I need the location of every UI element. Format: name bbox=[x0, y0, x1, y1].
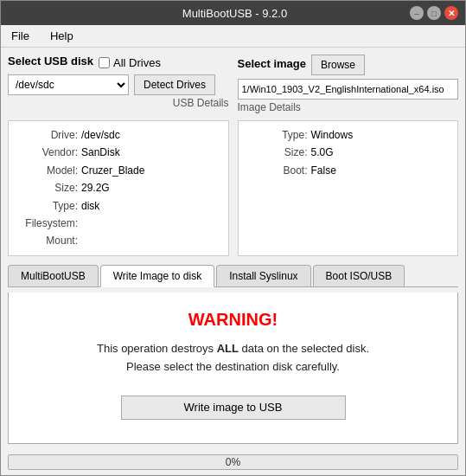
main-window: MultiBootUSB - 9.2.0 – □ ✕ File Help Sel… bbox=[0, 0, 466, 476]
all-drives-checkbox[interactable] bbox=[99, 57, 110, 68]
progress-label: 0% bbox=[9, 455, 457, 469]
main-content: Select USB disk All Drives /dev/sdc Dete… bbox=[1, 48, 465, 451]
image-path-display: 1/Win10_1903_V2_EnglishInternational_x64… bbox=[238, 79, 459, 100]
size-row: Size: 29.2G bbox=[16, 179, 221, 196]
vendor-key: Vendor: bbox=[16, 144, 78, 161]
drive-key: Drive: bbox=[16, 126, 78, 144]
img-type-row: Type: Windows bbox=[246, 126, 451, 144]
image-section-label: Select image bbox=[238, 57, 307, 70]
maximize-button[interactable]: □ bbox=[427, 6, 441, 20]
top-section: Select USB disk All Drives /dev/sdc Dete… bbox=[8, 55, 458, 113]
minimize-button[interactable]: – bbox=[410, 6, 424, 20]
progress-bar-container: 0% bbox=[8, 454, 458, 470]
details-section: Drive: /dev/sdc Vendor: SanDisk Model: C… bbox=[8, 120, 458, 256]
img-boot-val: False bbox=[311, 162, 336, 179]
tab-boot-iso[interactable]: Boot ISO/USB bbox=[313, 265, 405, 286]
window-title: MultiBootUSB - 9.2.0 bbox=[60, 7, 410, 20]
model-key: Model: bbox=[16, 162, 78, 179]
warning-pre: This operation destroys bbox=[97, 342, 217, 355]
img-size-row: Size: 5.0G bbox=[246, 144, 451, 161]
filesystem-row: Filesystem: bbox=[16, 215, 221, 232]
warning-post: data on the selected disk. bbox=[239, 342, 369, 355]
usb-select-row: /dev/sdc Detect Drives bbox=[8, 74, 229, 95]
image-details-label: Image Details bbox=[238, 101, 459, 113]
image-header-row: Select image Browse bbox=[238, 55, 459, 75]
write-image-button[interactable]: Write image to USB bbox=[121, 396, 346, 420]
warning-line1: This operation destroys ALL data on the … bbox=[97, 342, 369, 355]
tab-install-syslinux[interactable]: Install Syslinux bbox=[216, 265, 310, 286]
tab-write-image[interactable]: Write Image to disk bbox=[100, 265, 214, 287]
menubar: File Help bbox=[1, 25, 465, 48]
tab-multibootusb[interactable]: MultiBootUSB bbox=[8, 265, 99, 286]
titlebar: MultiBootUSB - 9.2.0 – □ ✕ bbox=[1, 1, 465, 25]
warning-line2: Please select the destination disk caref… bbox=[126, 360, 340, 373]
type-val: disk bbox=[81, 197, 99, 215]
drive-row: Drive: /dev/sdc bbox=[16, 126, 221, 144]
warning-title: WARNING! bbox=[188, 310, 278, 330]
detect-drives-button[interactable]: Detect Drives bbox=[134, 74, 215, 95]
usb-details-box: Drive: /dev/sdc Vendor: SanDisk Model: C… bbox=[8, 120, 229, 256]
all-drives-label: All Drives bbox=[113, 56, 161, 69]
mount-row: Mount: bbox=[16, 232, 221, 249]
mount-key: Mount: bbox=[16, 232, 78, 249]
model-val: Cruzer_Blade bbox=[81, 162, 144, 179]
type-key: Type: bbox=[16, 197, 78, 215]
img-type-val: Windows bbox=[311, 126, 354, 144]
browse-button[interactable]: Browse bbox=[311, 55, 365, 75]
img-size-val: 5.0G bbox=[311, 144, 334, 161]
tab-content-write-image: WARNING! This operation destroys ALL dat… bbox=[8, 293, 458, 444]
image-panel: Select image Browse 1/Win10_1903_V2_Engl… bbox=[238, 55, 459, 113]
usb-panel: Select USB disk All Drives /dev/sdc Dete… bbox=[8, 55, 229, 113]
size-val: 29.2G bbox=[81, 179, 110, 196]
image-details-box: Type: Windows Size: 5.0G Boot: False bbox=[238, 120, 459, 256]
type-row: Type: disk bbox=[16, 197, 221, 215]
drive-select[interactable]: /dev/sdc bbox=[8, 74, 129, 95]
warning-all: ALL bbox=[217, 342, 239, 355]
menu-help[interactable]: Help bbox=[47, 28, 77, 44]
write-btn-container: Write image to USB bbox=[26, 396, 440, 420]
usb-header-row: Select USB disk All Drives bbox=[8, 55, 229, 71]
drive-val: /dev/sdc bbox=[81, 126, 120, 144]
img-type-key: Type: bbox=[246, 126, 308, 144]
progress-section: 0% bbox=[1, 451, 465, 475]
size-key: Size: bbox=[16, 179, 78, 196]
img-boot-row: Boot: False bbox=[246, 162, 451, 179]
usb-details-label: USB Details bbox=[8, 97, 229, 109]
img-boot-key: Boot: bbox=[246, 162, 308, 179]
usb-section-label: Select USB disk bbox=[8, 55, 93, 68]
window-controls: – □ ✕ bbox=[410, 6, 458, 20]
img-size-key: Size: bbox=[246, 144, 308, 161]
close-button[interactable]: ✕ bbox=[444, 6, 458, 20]
filesystem-key: Filesystem: bbox=[16, 215, 78, 232]
model-row: Model: Cruzer_Blade bbox=[16, 162, 221, 179]
vendor-row: Vendor: SanDisk bbox=[16, 144, 221, 161]
menu-file[interactable]: File bbox=[8, 28, 33, 44]
all-drives-row: All Drives bbox=[99, 56, 161, 69]
tabs-row: MultiBootUSB Write Image to disk Install… bbox=[8, 265, 458, 287]
vendor-val: SanDisk bbox=[81, 144, 120, 161]
